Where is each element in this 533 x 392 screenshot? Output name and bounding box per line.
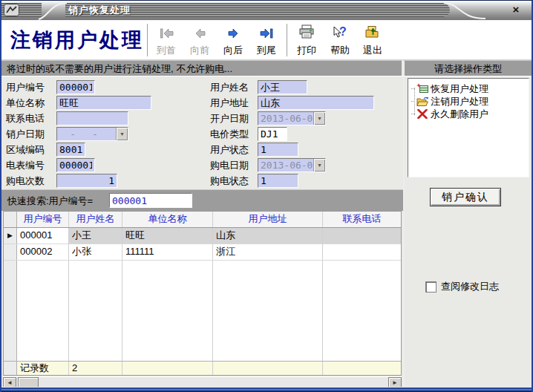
unit-name-field[interactable] — [56, 96, 151, 110]
print-label: 打印 — [297, 44, 316, 57]
user-name-label: 用户姓名 — [210, 80, 249, 94]
printer-icon — [298, 24, 315, 39]
table-row[interactable]: 000002 小张 111111 浙江 — [4, 244, 401, 261]
purchase-status-label: 购电状态 — [210, 174, 249, 188]
empty-cell — [213, 261, 323, 361]
side-panel-title: 请选择操作类型 — [403, 60, 532, 76]
restore-user-icon — [416, 83, 429, 94]
chevron-down-icon[interactable]: ▼ — [313, 159, 325, 172]
table-gutter — [4, 212, 17, 227]
purchase-count-field[interactable] — [56, 174, 117, 188]
column-header[interactable]: 用户编号 — [17, 212, 69, 227]
table-cell[interactable]: 小王 — [69, 228, 122, 244]
phone-label: 联系电话 — [6, 111, 45, 125]
column-header[interactable]: 联系电话 — [323, 212, 401, 227]
confirm-cancel-button[interactable]: 销户确认 — [430, 188, 501, 206]
table-gutter — [4, 244, 17, 260]
table-footer-row: 记录数 2 — [4, 361, 401, 375]
footer-cell — [213, 362, 323, 375]
table-header-row: 用户编号 用户姓名 单位名称 用户地址 联系电话 — [4, 212, 401, 228]
view-log-checkbox[interactable]: 查阅修改日志 — [425, 280, 499, 293]
nav-next-button[interactable]: 向后 — [218, 24, 249, 57]
view-log-label: 查阅修改日志 — [441, 280, 499, 293]
tree-item-restore-user[interactable]: 恢复用户处理 — [408, 82, 529, 95]
phone-field[interactable] — [56, 111, 128, 125]
nav-first-button: 到首 — [151, 24, 182, 57]
empty-cell — [323, 261, 401, 361]
checkbox-icon[interactable] — [425, 281, 436, 293]
window-title: 销户恢复处理 — [68, 1, 131, 19]
user-address-label: 用户地址 — [210, 96, 249, 110]
chevron-down-icon[interactable]: ▼ — [313, 112, 325, 125]
record-count-label: 记录数 — [17, 362, 69, 375]
record-count-value: 2 — [69, 362, 122, 375]
user-table[interactable]: 用户编号 用户姓名 单位名称 用户地址 联系电话 ▶ 000001 小王 旺旺 … — [3, 211, 402, 376]
help-label: 帮助 — [330, 44, 350, 57]
exit-label: 退出 — [363, 44, 382, 57]
table-cell[interactable]: 000001 — [17, 228, 69, 244]
chevron-down-icon[interactable]: ▼ — [116, 128, 128, 140]
column-header[interactable]: 用户姓名 — [69, 212, 122, 227]
titlebar[interactable]: 销户恢复处理 × — [1, 1, 532, 20]
column-header[interactable]: 用户地址 — [213, 212, 323, 227]
page-title: 注销用户处理 — [10, 27, 144, 53]
user-name-field[interactable] — [258, 80, 307, 94]
first-arrow-icon — [160, 24, 174, 39]
close-date-combo[interactable]: - - ▼ — [56, 127, 128, 141]
user-address-field[interactable] — [258, 96, 374, 110]
nav-prev-label: 向前 — [190, 44, 209, 57]
meter-no-label: 电表编号 — [6, 158, 45, 172]
table-cell[interactable] — [323, 228, 401, 244]
operation-panel: 恢复用户处理 注销用户处理 — [403, 76, 532, 387]
area-code-label: 区域编码 — [6, 143, 45, 157]
open-date-combo[interactable]: 2013-06-02 ▼ — [258, 111, 326, 125]
purchase-date-label: 购电日期 — [210, 158, 249, 172]
user-id-field[interactable] — [56, 80, 95, 94]
user-id-label: 用户编号 — [6, 80, 45, 94]
main-panel: 用户编号 单位名称 联系电话 销户日期 - - ▼ 区域编码 电表编号 购电次数… — [1, 76, 403, 387]
nav-first-label: 到首 — [157, 44, 176, 57]
search-input[interactable] — [109, 193, 192, 208]
table-cell[interactable]: 111111 — [122, 244, 213, 260]
meter-no-field[interactable] — [56, 158, 95, 172]
tree-item-delete-user[interactable]: 永久删除用户 — [408, 108, 529, 120]
price-type-label: 电价类型 — [210, 127, 249, 141]
toolbar: 注销用户处理 到首 向前 向后 — [1, 20, 532, 60]
window-bottom-border — [1, 387, 532, 392]
table-row[interactable]: ▶ 000001 小王 旺旺 山东 — [4, 228, 401, 244]
nav-last-button[interactable]: 到尾 — [251, 24, 282, 57]
tree-connector — [411, 101, 415, 102]
purchase-date-value: 2013-06-02 — [258, 159, 313, 172]
prompt-bar: 将过时的或不需要的用户进行注销处理, 不允许购电... — [1, 60, 402, 76]
purchase-status-field[interactable] — [258, 174, 298, 188]
table-cell[interactable]: 浙江 — [213, 244, 323, 260]
tree-item-deregister-user[interactable]: 注销用户处理 — [408, 95, 529, 108]
tree-item-label: 注销用户处理 — [431, 95, 488, 108]
help-cursor-icon: ? — [333, 24, 347, 39]
nav-prev-button: 向前 — [184, 24, 215, 57]
exit-button[interactable]: 退出 — [357, 24, 388, 57]
help-button[interactable]: ? 帮助 — [324, 24, 356, 57]
open-date-value: 2013-06-02 — [258, 112, 313, 125]
area-code-field[interactable] — [56, 143, 85, 157]
column-header[interactable]: 单位名称 — [122, 212, 213, 227]
exit-folder-icon — [365, 24, 381, 39]
purchase-count-label: 购电次数 — [6, 174, 45, 188]
close-date-label: 销户日期 — [6, 127, 45, 141]
purchase-date-combo[interactable]: 2013-06-02 ▼ — [258, 158, 326, 172]
table-cell[interactable]: 旺旺 — [122, 228, 213, 244]
user-status-field[interactable] — [258, 143, 298, 157]
table-cell[interactable]: 000002 — [17, 244, 69, 260]
tree-connector — [411, 114, 415, 114]
table-cell[interactable]: 山东 — [213, 228, 323, 244]
prev-arrow-icon — [193, 24, 207, 39]
table-cell[interactable] — [323, 244, 401, 260]
print-button[interactable]: 打印 — [291, 24, 322, 57]
quick-search-bar: 快速搜索:用户编号= — [1, 189, 403, 211]
table-cell[interactable]: 小张 — [69, 244, 122, 260]
empty-cell — [69, 261, 122, 361]
price-type-field[interactable] — [258, 127, 287, 141]
deregister-user-icon — [416, 97, 429, 107]
app-window: 销户恢复处理 × 注销用户处理 到首 向前 — [0, 0, 533, 392]
close-button[interactable]: × — [509, 2, 523, 17]
